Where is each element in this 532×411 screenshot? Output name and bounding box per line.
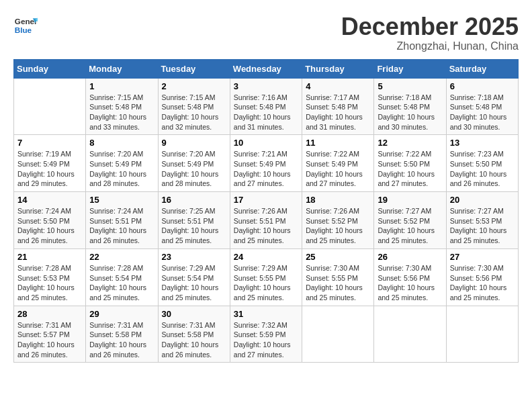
calendar-day: 13Sunrise: 7:23 AMSunset: 5:50 PMDayligh… [446,135,518,192]
day-info: Sunrise: 7:24 AMSunset: 5:50 PMDaylight:… [17,206,82,246]
calendar-week-4: 21Sunrise: 7:28 AMSunset: 5:53 PMDayligh… [14,248,519,306]
day-info: Sunrise: 7:30 AMSunset: 5:56 PMDaylight:… [450,263,515,303]
month-title: December 2025 [341,13,519,40]
calendar-week-1: 1Sunrise: 7:15 AMSunset: 5:48 PMDaylight… [14,78,519,135]
day-number: 2 [162,81,226,91]
calendar-day: 24Sunrise: 7:29 AMSunset: 5:55 PMDayligh… [230,248,302,306]
day-number: 30 [162,309,226,319]
calendar-week-2: 7Sunrise: 7:19 AMSunset: 5:49 PMDaylight… [14,135,519,192]
col-header-friday: Friday [374,59,446,78]
day-info: Sunrise: 7:31 AMSunset: 5:58 PMDaylight:… [89,320,154,360]
day-number: 12 [378,138,442,148]
day-info: Sunrise: 7:31 AMSunset: 5:58 PMDaylight:… [162,320,226,360]
day-number: 13 [450,138,515,148]
day-number: 29 [89,309,154,319]
col-header-thursday: Thursday [302,59,374,78]
calendar-day: 17Sunrise: 7:26 AMSunset: 5:51 PMDayligh… [230,192,302,249]
day-number: 24 [234,252,298,262]
svg-text:Blue: Blue [15,26,32,34]
day-number: 25 [306,252,370,262]
col-header-sunday: Sunday [14,59,86,78]
day-info: Sunrise: 7:18 AMSunset: 5:48 PMDaylight:… [450,93,515,132]
calendar-day: 21Sunrise: 7:28 AMSunset: 5:53 PMDayligh… [14,248,86,306]
day-number: 21 [17,252,82,262]
day-info: Sunrise: 7:16 AMSunset: 5:48 PMDaylight:… [234,93,298,132]
calendar-day: 9Sunrise: 7:20 AMSunset: 5:49 PMDaylight… [158,135,230,192]
location-subtitle: Zhongzhai, Hunan, China [341,40,519,52]
day-info: Sunrise: 7:31 AMSunset: 5:57 PMDaylight:… [17,320,82,360]
day-info: Sunrise: 7:24 AMSunset: 5:51 PMDaylight:… [89,206,154,246]
col-header-monday: Monday [86,59,158,78]
day-info: Sunrise: 7:23 AMSunset: 5:50 PMDaylight:… [450,149,515,189]
day-info: Sunrise: 7:19 AMSunset: 5:49 PMDaylight:… [17,149,82,189]
page-header: General Blue December 2025 Zhongzhai, Hu… [13,13,519,52]
calendar-day: 6Sunrise: 7:18 AMSunset: 5:48 PMDaylight… [446,78,518,135]
day-number: 26 [378,252,442,262]
day-number: 6 [450,81,515,91]
day-info: Sunrise: 7:15 AMSunset: 5:48 PMDaylight:… [162,93,226,132]
day-number: 20 [450,195,515,205]
day-info: Sunrise: 7:29 AMSunset: 5:55 PMDaylight:… [234,263,298,303]
title-area: December 2025 Zhongzhai, Hunan, China [341,13,519,52]
day-number: 27 [450,252,515,262]
calendar-week-3: 14Sunrise: 7:24 AMSunset: 5:50 PMDayligh… [14,192,519,249]
calendar-day: 3Sunrise: 7:16 AMSunset: 5:48 PMDaylight… [230,78,302,135]
calendar-day: 25Sunrise: 7:30 AMSunset: 5:55 PMDayligh… [302,248,374,306]
calendar-day: 29Sunrise: 7:31 AMSunset: 5:58 PMDayligh… [86,306,158,363]
calendar-day: 5Sunrise: 7:18 AMSunset: 5:48 PMDaylight… [374,78,446,135]
day-number: 16 [162,195,226,205]
calendar-day: 2Sunrise: 7:15 AMSunset: 5:48 PMDaylight… [158,78,230,135]
calendar-day [14,78,86,135]
day-number: 19 [378,195,442,205]
day-number: 5 [378,81,442,91]
calendar-day: 4Sunrise: 7:17 AMSunset: 5:48 PMDaylight… [302,78,374,135]
day-info: Sunrise: 7:27 AMSunset: 5:53 PMDaylight:… [450,206,515,246]
calendar-day: 27Sunrise: 7:30 AMSunset: 5:56 PMDayligh… [446,248,518,306]
day-info: Sunrise: 7:21 AMSunset: 5:49 PMDaylight:… [234,149,298,189]
day-info: Sunrise: 7:22 AMSunset: 5:50 PMDaylight:… [378,149,442,189]
calendar-day: 15Sunrise: 7:24 AMSunset: 5:51 PMDayligh… [86,192,158,249]
day-number: 28 [17,309,82,319]
day-number: 8 [89,138,154,148]
day-number: 7 [17,138,82,148]
calendar-day: 10Sunrise: 7:21 AMSunset: 5:49 PMDayligh… [230,135,302,192]
day-number: 15 [89,195,154,205]
day-info: Sunrise: 7:30 AMSunset: 5:55 PMDaylight:… [306,263,370,303]
calendar-day [302,306,374,363]
day-number: 3 [234,81,298,91]
calendar-day: 19Sunrise: 7:27 AMSunset: 5:52 PMDayligh… [374,192,446,249]
day-number: 23 [162,252,226,262]
calendar-day: 26Sunrise: 7:30 AMSunset: 5:56 PMDayligh… [374,248,446,306]
calendar-day: 1Sunrise: 7:15 AMSunset: 5:48 PMDaylight… [86,78,158,135]
calendar-day: 14Sunrise: 7:24 AMSunset: 5:50 PMDayligh… [14,192,86,249]
day-number: 11 [306,138,370,148]
day-number: 18 [306,195,370,205]
header-row: SundayMondayTuesdayWednesdayThursdayFrid… [14,59,519,78]
col-header-tuesday: Tuesday [158,59,230,78]
day-number: 17 [234,195,298,205]
calendar-day: 12Sunrise: 7:22 AMSunset: 5:50 PMDayligh… [374,135,446,192]
day-info: Sunrise: 7:15 AMSunset: 5:48 PMDaylight:… [89,93,154,132]
day-info: Sunrise: 7:17 AMSunset: 5:48 PMDaylight:… [306,93,370,132]
calendar-week-5: 28Sunrise: 7:31 AMSunset: 5:57 PMDayligh… [14,306,519,363]
day-info: Sunrise: 7:27 AMSunset: 5:52 PMDaylight:… [378,206,442,246]
calendar-table: SundayMondayTuesdayWednesdayThursdayFrid… [13,59,519,363]
calendar-day [374,306,446,363]
day-number: 10 [234,138,298,148]
calendar-day: 22Sunrise: 7:28 AMSunset: 5:54 PMDayligh… [86,248,158,306]
calendar-day: 8Sunrise: 7:20 AMSunset: 5:49 PMDaylight… [86,135,158,192]
day-info: Sunrise: 7:20 AMSunset: 5:49 PMDaylight:… [89,149,154,189]
day-info: Sunrise: 7:32 AMSunset: 5:59 PMDaylight:… [234,320,298,360]
calendar-day: 11Sunrise: 7:22 AMSunset: 5:49 PMDayligh… [302,135,374,192]
logo-icon: General Blue [13,13,38,38]
calendar-day: 20Sunrise: 7:27 AMSunset: 5:53 PMDayligh… [446,192,518,249]
day-info: Sunrise: 7:25 AMSunset: 5:51 PMDaylight:… [162,206,226,246]
day-number: 1 [89,81,154,91]
day-number: 22 [89,252,154,262]
day-number: 31 [234,309,298,319]
svg-text:General: General [15,17,38,26]
day-info: Sunrise: 7:28 AMSunset: 5:53 PMDaylight:… [17,263,82,303]
day-number: 4 [306,81,370,91]
day-info: Sunrise: 7:30 AMSunset: 5:56 PMDaylight:… [378,263,442,303]
logo: General Blue [13,13,38,38]
